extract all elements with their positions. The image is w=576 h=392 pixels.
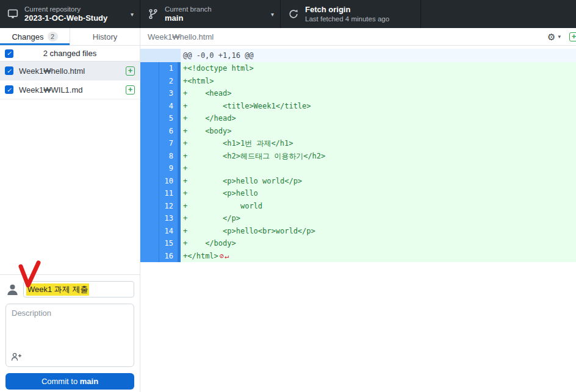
old-line-number bbox=[140, 187, 159, 200]
diff-line-text: <body> bbox=[187, 127, 231, 135]
add-coauthor-icon[interactable] bbox=[11, 352, 22, 363]
sync-icon bbox=[288, 9, 299, 20]
diff-line[interactable]: 9 + bbox=[140, 162, 576, 175]
diff-lines: 1 +<!doctype html> 2 +<html> 3 + <head> … bbox=[140, 62, 576, 262]
summary-input[interactable]: Week1 과제 제출 bbox=[23, 281, 134, 298]
new-line-number: 14 bbox=[159, 225, 178, 238]
commit-button-branch: main bbox=[80, 377, 98, 386]
fetch-status: Last fetched 4 minutes ago bbox=[305, 15, 414, 23]
file-row[interactable]: ✓ Week1₩WIL1.md + bbox=[0, 80, 140, 99]
file-added-status-icon: + bbox=[126, 85, 135, 94]
diff-line-text: <p>hello bbox=[187, 189, 258, 198]
diff-line[interactable]: 12 + world bbox=[140, 200, 576, 213]
toolbar: Current repository 2023-1-OC-Web-Study ▾… bbox=[0, 0, 576, 28]
hunk-header-row[interactable]: @@ -0,0 +1,16 @@ bbox=[140, 49, 576, 62]
file-checkbox[interactable]: ✓ bbox=[5, 66, 13, 75]
changed-files-header: ✓ 2 changed files bbox=[0, 46, 140, 62]
commit-button[interactable]: Commit to main bbox=[5, 373, 134, 390]
hunk-header-text: @@ -0,0 +1,16 @@ bbox=[181, 49, 576, 62]
description-placeholder: Description bbox=[12, 308, 51, 318]
commit-button-label: Commit to bbox=[41, 377, 80, 386]
current-branch-button[interactable]: Current branch main ▾ bbox=[140, 0, 281, 28]
tab-history[interactable]: History bbox=[70, 28, 140, 45]
select-all-checkbox[interactable]: ✓ bbox=[5, 49, 13, 58]
file-name: Week1₩WIL1.md bbox=[19, 85, 126, 94]
new-line-number: 7 bbox=[159, 137, 178, 150]
diff-line-text: </head> bbox=[187, 114, 236, 123]
chevron-down-icon: ▾ bbox=[558, 34, 561, 40]
diff-file-header: Week1₩hello.html ⚙ ▾ + bbox=[140, 28, 576, 45]
diff-line[interactable]: 5 + </head> bbox=[140, 112, 576, 125]
diff-line[interactable]: 6 + <body> bbox=[140, 125, 576, 138]
new-line-number: 11 bbox=[159, 187, 178, 200]
diff-line[interactable]: 3 + <head> bbox=[140, 87, 576, 100]
diff-add-prefix: + bbox=[183, 164, 187, 173]
main-content: ✓ 2 changed files ✓ Week1₩hello.html + ✓… bbox=[0, 46, 576, 392]
new-line-number: 9 bbox=[159, 162, 178, 175]
new-line-number: 5 bbox=[159, 112, 178, 125]
diff-line-text: <p>hello<br>world</p> bbox=[187, 227, 315, 235]
diff-line-text: <h2>헤드태그 이용하기</h2> bbox=[187, 152, 325, 160]
diff-line[interactable]: 14 + <p>hello<br>world</p> bbox=[140, 225, 576, 238]
diff-line[interactable]: 2 +<html> bbox=[140, 75, 576, 88]
diff-line-text: <h1>1번 과제</h1> bbox=[187, 139, 293, 148]
file-row[interactable]: ✓ Week1₩hello.html + bbox=[0, 62, 140, 80]
changed-file-list: ✓ Week1₩hello.html + ✓ Week1₩WIL1.md + bbox=[0, 62, 140, 99]
branch-label: Current branch bbox=[165, 5, 267, 13]
repository-icon bbox=[7, 9, 18, 20]
description-input[interactable]: Description bbox=[5, 304, 134, 367]
old-line-number bbox=[140, 175, 159, 188]
diff-file-title: Week1₩hello.html bbox=[148, 32, 547, 41]
diff-line-text: </p> bbox=[187, 214, 240, 223]
diff-line[interactable]: 1 +<!doctype html> bbox=[140, 62, 576, 75]
new-line-number: 16 bbox=[159, 250, 178, 263]
commit-form: Week1 과제 제출 Description Commit to main bbox=[0, 274, 140, 392]
diff-line-text: <!doctype html> bbox=[187, 64, 253, 73]
diff-line[interactable]: 11 + <p>hello bbox=[140, 187, 576, 200]
diff-line-text: world bbox=[187, 202, 262, 210]
avatar bbox=[5, 282, 20, 296]
diff-line[interactable]: 10 + <p>hello world</p> bbox=[140, 175, 576, 188]
sidebar-tabs: Changes 2 History bbox=[0, 28, 140, 45]
new-line-number: 10 bbox=[159, 175, 178, 188]
old-line-number bbox=[140, 225, 159, 238]
new-line-number: 8 bbox=[159, 150, 178, 163]
old-line-number bbox=[140, 75, 159, 88]
fetch-origin-button[interactable]: Fetch origin Last fetched 4 minutes ago bbox=[281, 0, 421, 28]
diff-line[interactable]: 8 + <h2>헤드태그 이용하기</h2> bbox=[140, 150, 576, 163]
old-line-number bbox=[140, 100, 159, 113]
diff-line[interactable]: 4 + <title>Week1</title> bbox=[140, 100, 576, 113]
no-newline-icon: ⊘↵ bbox=[220, 252, 229, 260]
old-line-number bbox=[140, 62, 159, 75]
changed-files-count: 2 changed files bbox=[13, 49, 135, 58]
tab-history-label: History bbox=[93, 32, 117, 41]
current-repository-button[interactable]: Current repository 2023-1-OC-Web-Study ▾ bbox=[0, 0, 140, 28]
branch-name: main bbox=[165, 13, 267, 23]
diff-line[interactable]: 15 + </body> bbox=[140, 237, 576, 250]
file-added-status-icon: + bbox=[126, 66, 135, 76]
diff-options-button[interactable]: ⚙ ▾ bbox=[547, 32, 561, 41]
diff-line-text: <head> bbox=[187, 89, 231, 98]
old-line-number bbox=[140, 250, 159, 263]
file-checkbox[interactable]: ✓ bbox=[5, 85, 13, 94]
chevron-down-icon: ▾ bbox=[131, 11, 134, 18]
old-line-number bbox=[140, 237, 159, 250]
diff-line[interactable]: 13 + </p> bbox=[140, 212, 576, 225]
diff-view: @@ -0,0 +1,16 @@ 1 +<!doctype html> 2 +<… bbox=[140, 46, 576, 392]
tab-changes[interactable]: Changes 2 bbox=[0, 28, 70, 45]
repository-name: 2023-1-OC-Web-Study bbox=[24, 13, 127, 23]
new-line-number: 6 bbox=[159, 125, 178, 138]
diff-line[interactable]: 16 +</html>⊘↵ bbox=[140, 250, 576, 263]
changes-sidebar: ✓ 2 changed files ✓ Week1₩hello.html + ✓… bbox=[0, 46, 140, 392]
check-icon: ✓ bbox=[7, 87, 12, 93]
check-icon: ✓ bbox=[7, 68, 12, 74]
diff-line[interactable]: 7 + <h1>1번 과제</h1> bbox=[140, 137, 576, 150]
old-line-number bbox=[140, 87, 159, 100]
chevron-down-icon: ▾ bbox=[271, 11, 274, 18]
github-desktop-window: Current repository 2023-1-OC-Web-Study ▾… bbox=[0, 0, 576, 392]
repository-label: Current repository bbox=[24, 5, 127, 13]
old-line-number bbox=[140, 212, 159, 225]
gear-icon: ⚙ bbox=[547, 32, 555, 41]
new-line-number: 15 bbox=[159, 237, 178, 250]
old-line-number bbox=[140, 162, 159, 175]
